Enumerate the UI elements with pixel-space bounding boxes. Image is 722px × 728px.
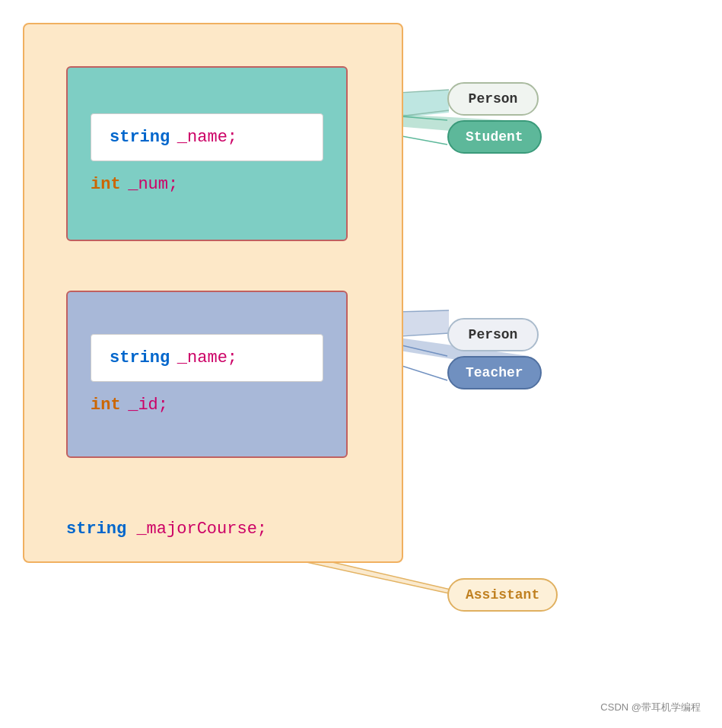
teacher-pill: Teacher [447, 356, 542, 389]
student-pill: Student [447, 120, 542, 154]
student-string-kw: string [110, 128, 170, 147]
person1-pill: Person [447, 82, 539, 116]
student-name-var: _name; [177, 128, 237, 147]
person2-pill: Person [447, 318, 539, 351]
major-course-var: _majorCourse; [136, 520, 267, 539]
major-course-line: string _majorCourse; [66, 520, 267, 539]
teacher-id-var: _id; [128, 396, 168, 415]
main-container: string _name; int _num; string _name; in… [23, 23, 403, 563]
teacher-name-var: _name; [177, 348, 237, 367]
teacher-int-kw: int [91, 396, 121, 415]
student-int-kw: int [91, 175, 121, 194]
teacher-inner-box: string _name; [91, 334, 323, 382]
student-inner-box: string _name; [91, 113, 323, 161]
student-box: string _name; int _num; [66, 66, 348, 241]
watermark: CSDN @带耳机学编程 [600, 701, 701, 714]
teacher-string-kw: string [110, 348, 170, 367]
assistant-pill: Assistant [447, 578, 558, 612]
major-course-kw: string [66, 520, 126, 539]
teacher-box: string _name; int _id; [66, 291, 348, 458]
student-num-var: _num; [128, 175, 178, 194]
